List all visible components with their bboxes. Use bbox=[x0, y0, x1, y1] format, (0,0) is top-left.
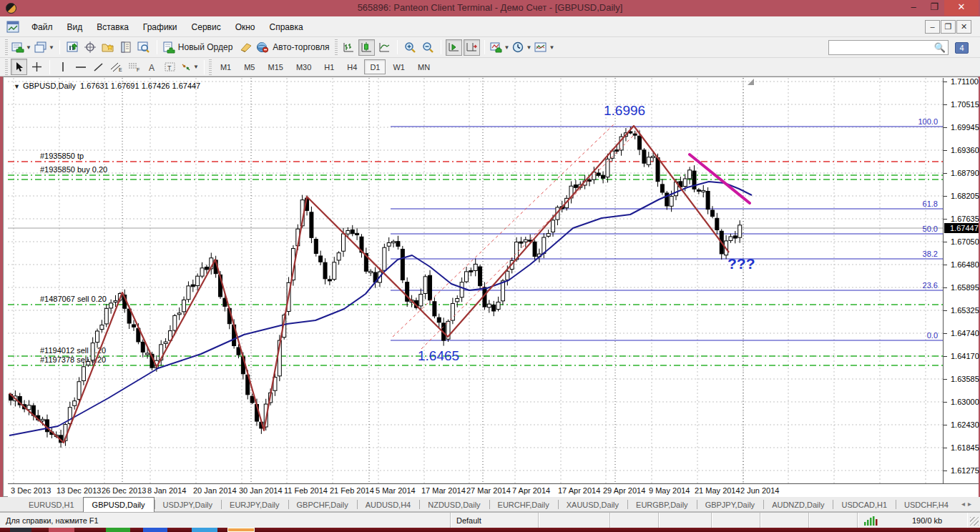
date-tick-label: 17 Mar 2014 bbox=[421, 486, 466, 495]
price-tick-mark bbox=[944, 104, 947, 105]
tab-gbpusd-daily[interactable]: GBPUSD,Daily bbox=[83, 497, 155, 512]
indicators-button[interactable]: ▼ bbox=[489, 39, 511, 56]
zoom-in-icon bbox=[404, 41, 416, 54]
favorites-button[interactable] bbox=[100, 39, 117, 56]
search-icon[interactable]: 🔍 bbox=[934, 42, 946, 53]
vertical-line-button[interactable] bbox=[54, 59, 71, 75]
strategy-tester-button[interactable] bbox=[136, 39, 152, 56]
maximize-button[interactable]: ❐ bbox=[924, 0, 944, 16]
tab-eurgbp-daily[interactable]: EURGBP,Daily bbox=[627, 497, 697, 512]
taskbar-app[interactable] bbox=[10, 528, 31, 532]
tab-eurjpy-daily[interactable]: EURJPY,Daily bbox=[221, 497, 288, 512]
date-tick-label: 26 Dec 2013 bbox=[102, 486, 146, 495]
chart-header: ▼GBPUSD,Daily 1.67631 1.67691 1.67426 1.… bbox=[14, 82, 200, 90]
crosshair-window-button[interactable] bbox=[82, 39, 99, 56]
timeframe-d1[interactable]: D1 bbox=[364, 59, 386, 74]
price-tick-mark bbox=[944, 173, 947, 174]
timeframe-w1[interactable]: W1 bbox=[387, 59, 411, 74]
search-input[interactable] bbox=[830, 41, 931, 54]
metaeditor-button[interactable] bbox=[237, 39, 254, 56]
price-tick-label: 1.67635 bbox=[951, 215, 979, 223]
tab-xauusd-daily[interactable]: XAUUSD,Daily bbox=[558, 497, 627, 512]
timeframe-m30[interactable]: M30 bbox=[290, 59, 317, 74]
templates-button[interactable]: ▼ bbox=[534, 39, 555, 56]
new-order-button[interactable]: Новый Ордер bbox=[162, 39, 236, 56]
zoom-out-button[interactable] bbox=[420, 39, 436, 56]
autotrade-button[interactable]: Авто-торговля bbox=[255, 39, 333, 56]
line-chart-button[interactable] bbox=[376, 39, 393, 56]
menu-item-вставка[interactable]: Вставка bbox=[89, 19, 136, 35]
arrows-button[interactable]: ▼ bbox=[180, 59, 200, 75]
taskbar-app[interactable] bbox=[227, 528, 255, 532]
profiles-button[interactable]: ▼ bbox=[34, 39, 55, 56]
taskbar-app[interactable] bbox=[192, 528, 217, 532]
equidistant-channel-button[interactable]: E bbox=[108, 59, 124, 75]
price-tick-label: 1.64740 bbox=[951, 329, 979, 338]
timeframe-m15[interactable]: M15 bbox=[262, 59, 288, 74]
close-button[interactable]: ✕ bbox=[944, 0, 979, 16]
candlestick-chart-button[interactable] bbox=[358, 39, 375, 56]
menu-item-окно[interactable]: Окно bbox=[228, 19, 263, 35]
tab-eurchf-daily[interactable]: EURCHF,Daily bbox=[489, 497, 558, 512]
svg-text:61.8: 61.8 bbox=[923, 200, 938, 208]
date-tick-label: 21 Feb 2014 bbox=[330, 486, 374, 495]
market-watch-button[interactable] bbox=[64, 39, 81, 56]
timeframe-m1[interactable]: M1 bbox=[215, 59, 237, 74]
crosshair-button[interactable] bbox=[29, 59, 45, 75]
bar-chart-button[interactable] bbox=[340, 39, 357, 56]
tab-usdjpy-daily[interactable]: USDJPY,Daily bbox=[155, 497, 222, 512]
menu-item-справка[interactable]: Справка bbox=[263, 19, 310, 35]
comments-button[interactable]: 4 bbox=[953, 40, 971, 55]
status-profile[interactable]: Default bbox=[451, 513, 539, 528]
price-tick-label: 1.69945 bbox=[951, 123, 979, 132]
date-tick-label: 29 Apr 2014 bbox=[603, 486, 645, 495]
new-chart-button[interactable]: ▼ bbox=[11, 39, 32, 56]
chart-shift-button[interactable] bbox=[464, 39, 480, 56]
trendline-button[interactable] bbox=[90, 59, 107, 75]
taskbar-app[interactable] bbox=[49, 528, 74, 532]
timeframe-mn[interactable]: MN bbox=[412, 59, 436, 74]
chevron-down-icon[interactable]: ▼ bbox=[14, 83, 20, 90]
resize-grip[interactable] bbox=[970, 517, 979, 526]
autoscroll-button[interactable] bbox=[446, 39, 462, 56]
zoom-in-button[interactable] bbox=[402, 39, 418, 56]
timeframe-h1[interactable]: H1 bbox=[318, 59, 340, 74]
tab-audusd-h4[interactable]: AUDUSD,H4 bbox=[357, 497, 420, 512]
minimize-button[interactable]: – bbox=[903, 0, 924, 16]
tab-gbpchf-daily[interactable]: GBPCHF,Daily bbox=[288, 497, 357, 512]
data-window-button[interactable] bbox=[118, 39, 134, 56]
tab-eurusd-h1[interactable]: EURUSD,H1 bbox=[20, 497, 83, 512]
chart-ohlc-values: 1.67631 1.67691 1.67426 1.67447 bbox=[80, 82, 200, 90]
tab-usdchf-h4[interactable]: USDCHF,H4 bbox=[896, 497, 957, 512]
fibonacci-button[interactable]: F bbox=[126, 59, 142, 75]
periods-button[interactable]: ▼ bbox=[511, 39, 532, 56]
tab-audnzd-daily[interactable]: AUDNZD,Daily bbox=[763, 497, 833, 512]
tab-gbpjpy-daily[interactable]: GBPJPY,Daily bbox=[697, 497, 764, 512]
cursor-button[interactable] bbox=[11, 59, 27, 75]
svg-text:100.0: 100.0 bbox=[918, 117, 938, 126]
child-restore-button[interactable]: ❐ bbox=[941, 20, 956, 34]
taskbar-app[interactable] bbox=[106, 528, 130, 532]
menu-item-файл[interactable]: Файл bbox=[24, 19, 60, 35]
tab-scroll-arrows[interactable]: ◂▸ bbox=[961, 500, 974, 508]
timeframe-h4[interactable]: H4 bbox=[341, 59, 363, 74]
tab-nzdusd-daily[interactable]: NZDUSD,Daily bbox=[419, 497, 489, 512]
menu-item-сервис[interactable]: Сервис bbox=[185, 19, 228, 35]
tab-usdcad-h1[interactable]: USDCAD,H1 bbox=[833, 497, 896, 512]
text-button[interactable]: A bbox=[144, 59, 160, 75]
chart-plot[interactable]: 100.061.850.038.223.60.0#1935850 tp#1935… bbox=[8, 78, 943, 483]
date-axis[interactable]: 3 Dec 201313 Dec 201326 Dec 20138 Jan 20… bbox=[8, 483, 979, 497]
child-close-button[interactable]: ✕ bbox=[956, 20, 971, 34]
timeframe-m5[interactable]: M5 bbox=[238, 59, 260, 74]
child-minimize-button[interactable]: – bbox=[925, 20, 940, 34]
text-label-button[interactable]: T bbox=[162, 59, 178, 75]
horizontal-line-button[interactable] bbox=[72, 59, 89, 75]
menu-item-графики[interactable]: Графики bbox=[136, 19, 185, 35]
price-axis[interactable]: 1.711001.705151.699451.693601.687901.682… bbox=[943, 78, 979, 483]
magnifier-window-icon bbox=[137, 41, 150, 53]
date-tick-label: 17 Apr 2014 bbox=[558, 486, 600, 495]
crosshair-icon bbox=[31, 61, 42, 72]
status-cell bbox=[610, 513, 659, 528]
taskbar-app[interactable] bbox=[143, 528, 167, 532]
menu-item-вид[interactable]: Вид bbox=[60, 19, 90, 35]
